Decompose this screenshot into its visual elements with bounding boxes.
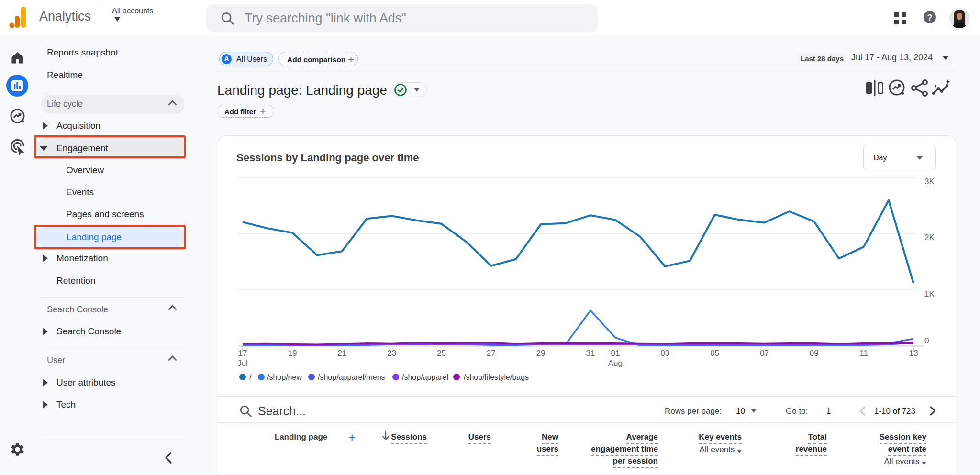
svg-text:3K: 3K (924, 177, 935, 186)
svg-text:07: 07 (760, 349, 769, 358)
svg-text:Jul: Jul (237, 359, 248, 368)
svg-text:11: 11 (859, 349, 868, 358)
svg-text:13: 13 (909, 349, 918, 358)
svg-text:1K: 1K (924, 289, 935, 298)
svg-text:19: 19 (288, 349, 297, 358)
svg-text:Aug: Aug (608, 359, 623, 368)
svg-text:17: 17 (238, 349, 247, 358)
svg-text:2K: 2K (924, 233, 935, 242)
svg-text:0: 0 (924, 336, 929, 345)
svg-text:31: 31 (586, 349, 595, 358)
svg-text:03: 03 (660, 349, 669, 358)
svg-text:21: 21 (337, 349, 346, 358)
svg-text:09: 09 (810, 349, 819, 358)
svg-text:01: 01 (611, 349, 620, 358)
svg-text:25: 25 (437, 349, 446, 358)
svg-text:23: 23 (387, 349, 396, 358)
svg-text:05: 05 (710, 349, 719, 358)
svg-text:27: 27 (487, 349, 496, 358)
svg-text:29: 29 (536, 349, 546, 358)
